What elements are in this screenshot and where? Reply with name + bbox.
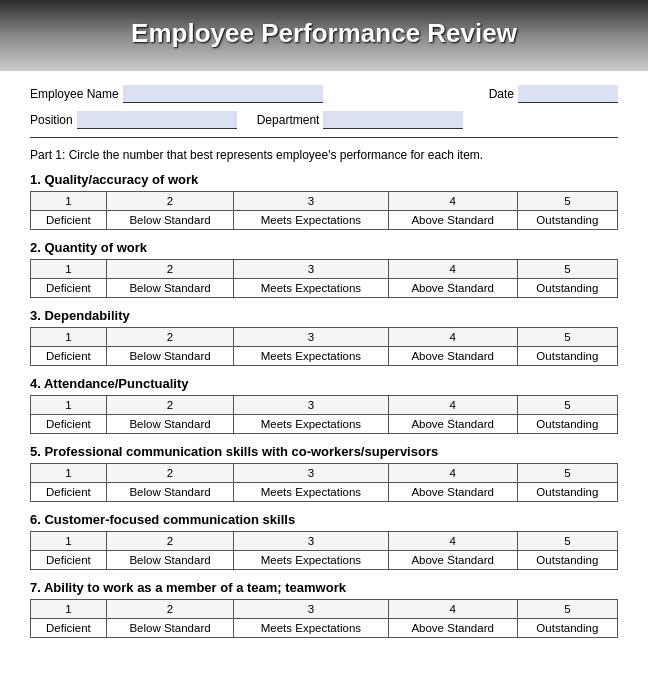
rating-num-2: 2 xyxy=(106,600,233,619)
rating-num-5: 5 xyxy=(517,192,617,211)
rating-desc: Outstanding xyxy=(517,619,617,638)
content: Employee Name Date Position Department P… xyxy=(0,71,648,660)
rating-num-5: 5 xyxy=(517,464,617,483)
rating-desc: Below Standard xyxy=(106,483,233,502)
rating-desc: Below Standard xyxy=(106,551,233,570)
section-title-7: 7. Ability to work as a member of a team… xyxy=(30,580,618,595)
rating-desc: Above Standard xyxy=(388,211,517,230)
rating-desc: Above Standard xyxy=(388,415,517,434)
rating-desc: Above Standard xyxy=(388,619,517,638)
rating-desc: Meets Expectations xyxy=(234,211,388,230)
rating-num-1: 1 xyxy=(31,260,107,279)
rating-num-3: 3 xyxy=(234,260,388,279)
rating-desc: Above Standard xyxy=(388,551,517,570)
rating-table-5: 12345DeficientBelow StandardMeets Expect… xyxy=(30,463,618,502)
rating-desc: Meets Expectations xyxy=(234,483,388,502)
date-input[interactable] xyxy=(518,85,618,103)
rating-desc: Outstanding xyxy=(517,347,617,366)
header: Employee Performance Review xyxy=(0,0,648,71)
section-title-1: 1. Quality/accuracy of work xyxy=(30,172,618,187)
rating-desc: Meets Expectations xyxy=(234,279,388,298)
rating-num-3: 3 xyxy=(234,396,388,415)
rating-num-5: 5 xyxy=(517,396,617,415)
rating-num-3: 3 xyxy=(234,600,388,619)
rating-num-4: 4 xyxy=(388,192,517,211)
rating-desc: Deficient xyxy=(31,483,107,502)
rating-num-3: 3 xyxy=(234,192,388,211)
rating-desc: Outstanding xyxy=(517,415,617,434)
rating-num-3: 3 xyxy=(234,464,388,483)
rating-desc: Outstanding xyxy=(517,279,617,298)
rating-table-3: 12345DeficientBelow StandardMeets Expect… xyxy=(30,327,618,366)
rating-num-1: 1 xyxy=(31,396,107,415)
rating-desc: Above Standard xyxy=(388,279,517,298)
section-title-3: 3. Dependability xyxy=(30,308,618,323)
rating-desc: Deficient xyxy=(31,347,107,366)
department-label: Department xyxy=(257,113,320,127)
rating-num-2: 2 xyxy=(106,192,233,211)
rating-desc: Below Standard xyxy=(106,415,233,434)
rating-desc: Deficient xyxy=(31,619,107,638)
rating-desc: Meets Expectations xyxy=(234,415,388,434)
rating-num-5: 5 xyxy=(517,260,617,279)
rating-desc: Outstanding xyxy=(517,211,617,230)
rating-desc: Deficient xyxy=(31,415,107,434)
rating-table-2: 12345DeficientBelow StandardMeets Expect… xyxy=(30,259,618,298)
section-title-2: 2. Quantity of work xyxy=(30,240,618,255)
divider xyxy=(30,137,618,138)
rating-num-2: 2 xyxy=(106,396,233,415)
page-title: Employee Performance Review xyxy=(20,18,628,49)
rating-num-2: 2 xyxy=(106,464,233,483)
employee-row: Employee Name Date xyxy=(30,85,618,103)
sections-container: 1. Quality/accuracy of work12345Deficien… xyxy=(30,172,618,638)
rating-num-3: 3 xyxy=(234,532,388,551)
date-label: Date xyxy=(489,87,514,101)
rating-num-1: 1 xyxy=(31,192,107,211)
rating-desc: Below Standard xyxy=(106,619,233,638)
rating-num-4: 4 xyxy=(388,532,517,551)
rating-num-1: 1 xyxy=(31,328,107,347)
rating-desc: Above Standard xyxy=(388,483,517,502)
instructions: Part 1: Circle the number that best repr… xyxy=(30,148,618,162)
rating-desc: Outstanding xyxy=(517,551,617,570)
rating-num-5: 5 xyxy=(517,328,617,347)
rating-desc: Outstanding xyxy=(517,483,617,502)
rating-num-4: 4 xyxy=(388,260,517,279)
rating-num-3: 3 xyxy=(234,328,388,347)
rating-desc: Meets Expectations xyxy=(234,619,388,638)
section-title-6: 6. Customer-focused communication skills xyxy=(30,512,618,527)
rating-num-5: 5 xyxy=(517,532,617,551)
rating-num-1: 1 xyxy=(31,600,107,619)
rating-num-2: 2 xyxy=(106,260,233,279)
rating-num-4: 4 xyxy=(388,600,517,619)
rating-table-6: 12345DeficientBelow StandardMeets Expect… xyxy=(30,531,618,570)
employee-name-label: Employee Name xyxy=(30,87,119,101)
section-title-4: 4. Attendance/Punctuality xyxy=(30,376,618,391)
position-input[interactable] xyxy=(77,111,237,129)
rating-desc: Deficient xyxy=(31,211,107,230)
rating-desc: Below Standard xyxy=(106,279,233,298)
position-row: Position Department xyxy=(30,111,618,129)
rating-num-2: 2 xyxy=(106,328,233,347)
page: Employee Performance Review Employee Nam… xyxy=(0,0,648,690)
rating-desc: Below Standard xyxy=(106,211,233,230)
rating-desc: Deficient xyxy=(31,551,107,570)
rating-desc: Meets Expectations xyxy=(234,347,388,366)
rating-num-5: 5 xyxy=(517,600,617,619)
rating-num-4: 4 xyxy=(388,396,517,415)
rating-num-1: 1 xyxy=(31,464,107,483)
rating-num-4: 4 xyxy=(388,328,517,347)
employee-name-input[interactable] xyxy=(123,85,323,103)
rating-table-1: 12345DeficientBelow StandardMeets Expect… xyxy=(30,191,618,230)
rating-desc: Deficient xyxy=(31,279,107,298)
rating-desc: Above Standard xyxy=(388,347,517,366)
rating-table-4: 12345DeficientBelow StandardMeets Expect… xyxy=(30,395,618,434)
section-title-5: 5. Professional communication skills wit… xyxy=(30,444,618,459)
rating-table-7: 12345DeficientBelow StandardMeets Expect… xyxy=(30,599,618,638)
position-label: Position xyxy=(30,113,73,127)
department-input[interactable] xyxy=(323,111,463,129)
rating-num-4: 4 xyxy=(388,464,517,483)
rating-desc: Below Standard xyxy=(106,347,233,366)
rating-num-1: 1 xyxy=(31,532,107,551)
rating-num-2: 2 xyxy=(106,532,233,551)
